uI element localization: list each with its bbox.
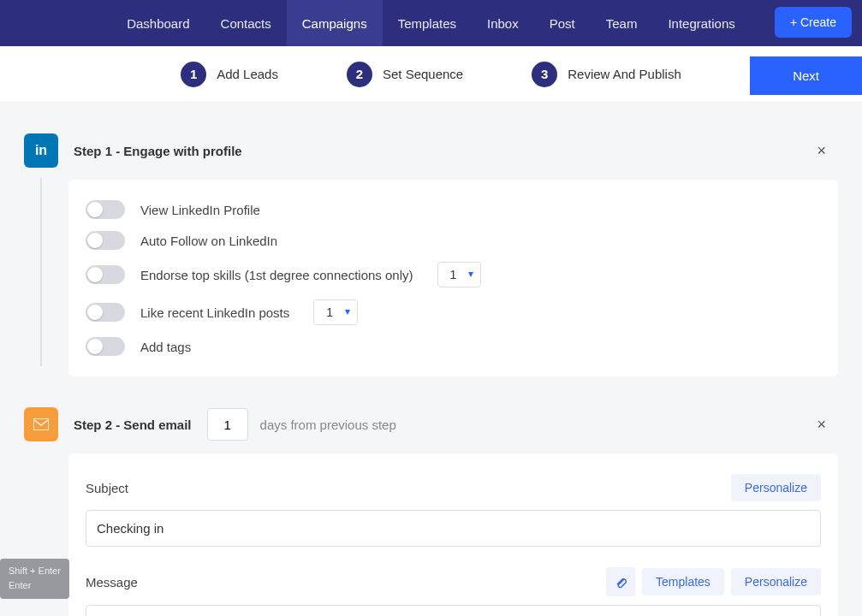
- attachment-icon[interactable]: [606, 567, 635, 596]
- message-editor: Hi, How are you today? ↶ ↷ U: [86, 605, 821, 616]
- nav-team[interactable]: Team: [591, 0, 653, 46]
- step1-title: Step 1 - Engage with profile: [74, 144, 242, 158]
- progress-steps: 1 Add Leads 2 Set Sequence 3 Review And …: [0, 46, 862, 103]
- progress-step-2[interactable]: 2 Set Sequence: [347, 62, 463, 87]
- endorse-count-select[interactable]: 1: [437, 262, 482, 287]
- step2-card: Step 2 - Send email days from previous s…: [68, 402, 838, 616]
- days-suffix-label: days from previous step: [260, 418, 396, 432]
- svg-rect-0: [33, 418, 49, 430]
- progress-step-1[interactable]: 1 Add Leads: [181, 62, 278, 87]
- subject-personalize-button[interactable]: Personalize: [731, 474, 821, 501]
- toggle-switch[interactable]: [86, 303, 125, 322]
- hint-line: Shift + Enter: [9, 564, 61, 579]
- toggle-label: Like recent LinkedIn posts: [140, 305, 289, 320]
- nav-integrations[interactable]: Integrations: [652, 0, 750, 46]
- nav-contacts[interactable]: Contacts: [205, 0, 287, 46]
- subject-label: Subject: [86, 481, 128, 495]
- timeline-connector: [40, 178, 42, 366]
- toggle-switch[interactable]: [86, 231, 125, 250]
- nav-campaigns[interactable]: Campaigns: [287, 0, 383, 46]
- nav-menu: Dashboard Contacts Campaigns Templates I…: [111, 0, 751, 46]
- nav-inbox[interactable]: Inbox: [472, 0, 534, 46]
- toggle-label: Endorse top skills (1st degree connectio…: [140, 268, 413, 282]
- toggle-label: View LinkedIn Profile: [140, 203, 260, 217]
- top-nav-bar: Dashboard Contacts Campaigns Templates I…: [0, 0, 862, 46]
- toggle-label: Auto Follow on LinkedIn: [140, 234, 277, 248]
- like-count-select[interactable]: 1: [313, 299, 358, 325]
- subject-input[interactable]: [86, 510, 821, 547]
- step1-close-button[interactable]: ×: [805, 139, 838, 163]
- step-label: Set Sequence: [383, 67, 463, 81]
- step2-body: Subject Personalize Message Templates Pe…: [68, 453, 838, 616]
- toggle-label: Add tags: [140, 340, 191, 354]
- toggle-switch[interactable]: [86, 265, 125, 284]
- progress-step-3[interactable]: 3 Review And Publish: [532, 62, 681, 87]
- email-icon: [24, 407, 58, 441]
- nav-templates[interactable]: Templates: [383, 0, 472, 46]
- create-button[interactable]: + Create: [775, 7, 852, 38]
- toggle-switch[interactable]: [86, 337, 125, 356]
- templates-button[interactable]: Templates: [642, 568, 724, 595]
- next-button[interactable]: Next: [750, 56, 862, 95]
- message-label: Message: [86, 575, 138, 589]
- message-textarea[interactable]: Hi, How are you today?: [86, 606, 820, 616]
- hint-line: Enter: [9, 578, 61, 594]
- toggle-like-posts: Like recent LinkedIn posts 1: [86, 299, 821, 325]
- toggle-switch[interactable]: [86, 200, 125, 219]
- days-input[interactable]: [207, 408, 248, 441]
- step2-close-button[interactable]: ×: [805, 412, 838, 437]
- step-label: Add Leads: [217, 67, 278, 81]
- step-label: Review And Publish: [568, 67, 681, 81]
- message-personalize-button[interactable]: Personalize: [731, 568, 821, 595]
- step-number: 1: [181, 62, 206, 87]
- days-delay-row: days from previous step: [207, 408, 396, 441]
- step2-title: Step 2 - Send email: [74, 418, 192, 432]
- toggle-endorse-skills: Endorse top skills (1st degree connectio…: [86, 262, 821, 287]
- sequence-content: in Step 1 - Engage with profile × View L…: [0, 103, 862, 616]
- nav-dashboard[interactable]: Dashboard: [111, 0, 205, 46]
- toggle-auto-follow: Auto Follow on LinkedIn: [86, 231, 821, 250]
- toggle-view-profile: View LinkedIn Profile: [86, 200, 821, 219]
- step2-header: Step 2 - Send email days from previous s…: [24, 402, 838, 453]
- step1-body: View LinkedIn Profile Auto Follow on Lin…: [68, 180, 838, 376]
- message-row: Message Templates Personalize: [86, 567, 821, 596]
- linkedin-icon: in: [24, 133, 58, 168]
- step1-header: in Step 1 - Engage with profile ×: [24, 128, 838, 180]
- keyboard-hint-tooltip: Shift + Enter Enter: [0, 559, 69, 599]
- step-number: 2: [347, 62, 372, 87]
- toggle-add-tags: Add tags: [86, 337, 821, 356]
- step1-card: in Step 1 - Engage with profile × View L…: [68, 128, 838, 376]
- nav-post[interactable]: Post: [534, 0, 591, 46]
- subject-row: Subject Personalize: [86, 474, 821, 501]
- step-number: 3: [532, 62, 557, 87]
